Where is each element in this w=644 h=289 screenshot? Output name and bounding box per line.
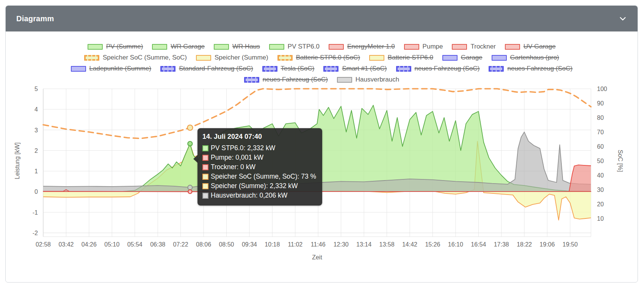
legend-swatch (262, 66, 277, 72)
legend-swatch (492, 55, 507, 61)
legend-swatch (71, 66, 86, 72)
legend-label: Standard-Fahrzeug (SoC) (179, 65, 253, 72)
legend-item[interactable]: EnergyMeter 1.0 (329, 43, 395, 50)
legend-item[interactable]: Ladepunkte (Summe) (71, 65, 151, 72)
legend-item[interactable]: Gartenhaus (pro) (492, 54, 559, 61)
legend-swatch (160, 66, 175, 72)
legend-item[interactable]: WR Garage (152, 43, 205, 50)
legend-label: WR Garage (171, 43, 205, 50)
legend-item[interactable]: neues Fahrzeug (SoC) (396, 65, 480, 72)
svg-text:04:26: 04:26 (81, 241, 97, 248)
legend-item[interactable]: Batterie STP6.0 (SoC) (277, 54, 360, 61)
svg-text:03:42: 03:42 (58, 241, 74, 248)
svg-text:14:42: 14:42 (402, 241, 417, 248)
legend-swatch (505, 44, 520, 50)
svg-text:05:54: 05:54 (127, 241, 143, 248)
tooltip-row: Speicher SoC (Summe, SoC): 73 % (202, 173, 316, 181)
svg-text:50: 50 (597, 158, 604, 164)
legend-item[interactable]: Standard-Fahrzeug (SoC) (160, 65, 253, 72)
legend-item[interactable]: Tesla (SoC) (262, 65, 315, 72)
legend-item[interactable]: PV (Summe) (88, 43, 143, 50)
legend-swatch (442, 55, 458, 61)
svg-text:05:10: 05:10 (104, 241, 119, 248)
tooltip-label: Speicher SoC (Summe, SoC): 73 % (211, 173, 316, 181)
legend-label: Gartenhaus (pro) (510, 54, 559, 61)
legend-item[interactable]: Pumpe (404, 43, 443, 50)
legend-swatch (323, 66, 338, 72)
svg-text:60: 60 (597, 143, 604, 150)
svg-text:10:18: 10:18 (265, 241, 280, 248)
legend-label: neues Fahrzeug (SoC) (415, 65, 480, 72)
legend-swatch (244, 77, 259, 83)
tooltip-swatch (202, 183, 208, 189)
tooltip-label: PV STP6.0: 2,332 kW (211, 144, 275, 152)
legend-label: Batterie STP6.0 (388, 54, 433, 61)
legend-item[interactable]: neues Fahrzeug (SoC) (244, 76, 328, 83)
svg-text:1: 1 (34, 168, 38, 174)
legend-label: Speicher (Summe) (215, 54, 268, 61)
legend-item[interactable]: Hausverbrauch (337, 76, 399, 83)
legend-item[interactable]: Garage (442, 54, 483, 61)
legend-label: neues Fahrzeug (SoC) (507, 65, 572, 72)
legend-item[interactable]: Smart #1 (SoC) (323, 65, 387, 72)
svg-text:15:26: 15:26 (425, 241, 440, 248)
svg-text:-1: -1 (33, 209, 38, 216)
legend-item[interactable]: UV Garage (505, 43, 556, 50)
legend-swatch (269, 44, 284, 50)
tooltip-swatch (202, 174, 208, 180)
legend-item[interactable]: Speicher SoC (Summe, SoC) (84, 54, 187, 61)
legend-item[interactable]: Batterie STP6.0 (369, 54, 433, 61)
tooltip-label: Hausverbrauch: 0,206 kW (211, 192, 287, 199)
svg-text:30: 30 (597, 187, 604, 193)
svg-text:13:58: 13:58 (379, 241, 395, 248)
legend-item[interactable]: Speicher (Summe) (196, 54, 268, 61)
legend-swatch (337, 77, 352, 83)
tooltip-row: PV STP6.0: 2,332 kW (202, 144, 316, 152)
svg-text:19:50: 19:50 (563, 241, 578, 248)
tooltip-row: Trockner: 0 kW (202, 163, 316, 171)
legend-label: Batterie STP6.0 (SoC) (296, 54, 360, 61)
legend-swatch (369, 55, 384, 61)
legend-swatch (88, 44, 103, 50)
panel-header[interactable]: Diagramm (6, 6, 638, 31)
tooltip-swatch (202, 145, 208, 151)
svg-text:40: 40 (597, 172, 604, 179)
legend-item[interactable]: PV STP6.0 (269, 43, 320, 50)
tooltip-rows: PV STP6.0: 2,332 kWPumpe: 0,001 kWTrockn… (202, 144, 316, 199)
legend-swatch (214, 44, 229, 50)
legend-swatch (196, 55, 211, 61)
legend-label: Smart #1 (SoC) (342, 65, 387, 72)
legend-item[interactable]: Trockner (452, 43, 495, 50)
legend-swatch (404, 44, 419, 50)
tooltip-label: Speicher (Summe): 2,332 kW (211, 182, 298, 190)
chart-area: 543210-1-210090807060504030201002:5803:4… (11, 86, 633, 264)
svg-text:06:38: 06:38 (150, 241, 165, 248)
legend-swatch (152, 44, 167, 50)
chevron-down-icon[interactable] (619, 14, 627, 23)
svg-text:3: 3 (34, 127, 38, 134)
svg-text:100: 100 (597, 86, 607, 92)
legend-item[interactable]: WR Haus (214, 43, 260, 50)
svg-text:17:38: 17:38 (494, 241, 509, 248)
legend-item[interactable]: neues Fahrzeug (SoC) (489, 65, 572, 72)
tooltip-swatch (202, 193, 208, 199)
legend-swatch (329, 44, 344, 50)
tooltip-row: Hausverbrauch: 0,206 kW (202, 192, 316, 199)
svg-text:11:46: 11:46 (311, 241, 326, 248)
svg-text:Zeit: Zeit (312, 254, 322, 261)
svg-text:20: 20 (597, 201, 604, 207)
panel-title: Diagramm (16, 14, 54, 23)
legend-swatch (277, 55, 293, 61)
legend-label: EnergyMeter 1.0 (347, 43, 395, 50)
svg-text:11:02: 11:02 (288, 241, 302, 248)
svg-text:Leistung [kW]: Leistung [kW] (14, 143, 20, 179)
page: Diagramm PV (Summe)WR GarageWR HausPV ST… (0, 0, 644, 289)
svg-text:09:34: 09:34 (242, 241, 257, 248)
chart-tooltip: 14. Juli 2024 07:40 PV STP6.0: 2,332 kWP… (197, 128, 322, 206)
legend-label: Garage (461, 54, 483, 61)
tooltip-caret (193, 155, 198, 163)
legend-swatch (396, 66, 411, 72)
svg-text:08:50: 08:50 (219, 241, 234, 248)
svg-text:12:30: 12:30 (334, 241, 349, 248)
svg-text:-2: -2 (33, 230, 38, 236)
